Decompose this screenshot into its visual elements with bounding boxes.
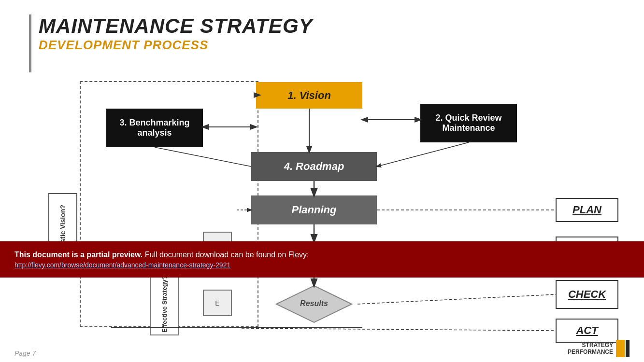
left-accent-bar: [29, 14, 31, 72]
logo-area: STRATEGY PERFORMANCE: [568, 340, 630, 357]
logo-yellow-bar: [616, 340, 625, 357]
plan-label: PLAN: [556, 198, 618, 222]
page-title-sub: DEVELOPMENT PROCESS: [39, 38, 313, 53]
page-title-main: MAINTENANCE STRATEGY: [39, 14, 313, 38]
banner-main-text: This document is a partial preview. Full…: [14, 251, 630, 259]
quick-review-box: 2. Quick Review Maintenance: [420, 104, 517, 142]
footer: Page 7 STRATEGY PERFORMANCE: [0, 340, 644, 357]
title-area: MAINTENANCE STRATEGY DEVELOPMENT PROCESS: [39, 14, 313, 53]
svg-line-13: [242, 328, 556, 331]
benchmarking-box: 3. Benchmarking analysis: [106, 109, 203, 147]
svg-text:Results: Results: [300, 299, 328, 307]
svg-line-12: [358, 294, 556, 304]
logo-dark-bar: [626, 340, 630, 357]
results-diamond: Results: [275, 285, 353, 323]
check-label: CHECK: [556, 280, 618, 309]
small-box-e2: E: [203, 290, 232, 316]
effective-strategy-box: Effective Strategy?: [150, 273, 179, 335]
planning-box: Planning: [251, 195, 377, 224]
logo-text: STRATEGY PERFORMANCE: [568, 342, 613, 356]
act-label: ACT: [556, 319, 618, 343]
vision-box: 1. Vision: [256, 82, 362, 109]
roadmap-box: 4. Roadmap: [251, 152, 377, 181]
svg-line-6: [377, 142, 469, 167]
preview-banner: This document is a partial preview. Full…: [0, 241, 644, 278]
flowchart-area: 1. Vision 3. Benchmarking analysis 2. Qu…: [48, 77, 618, 348]
page-number: Page 7: [14, 349, 36, 357]
banner-link[interactable]: http://flevy.com/browse/document/advance…: [14, 261, 630, 269]
